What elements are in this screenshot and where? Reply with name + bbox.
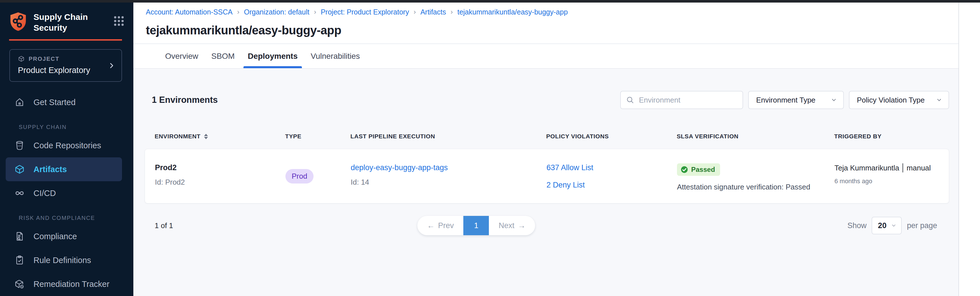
sidebar-item-artifacts[interactable]: Artifacts (6, 157, 122, 181)
project-label-row: PROJECT (18, 55, 115, 62)
breadcrumb-artifact-name[interactable]: tejakummarikuntla/easy-buggy-app (457, 8, 568, 16)
triggered-by-name: Teja Kummarikuntla (834, 164, 899, 173)
right-arrow-icon: → (518, 221, 525, 230)
sidebar-item-label: Rule Definitions (33, 256, 91, 265)
column-last-pipeline-execution: LAST PIPELINE EXECUTION (350, 133, 546, 140)
breadcrumb-separator: › (314, 8, 316, 16)
deny-list-link[interactable]: 2 Deny List (546, 181, 677, 189)
allow-list-link[interactable]: 637 Allow List (546, 163, 677, 172)
column-slsa-verification: SLSA VERIFICATION (677, 133, 834, 140)
triggered-time: 6 months ago (834, 178, 949, 185)
column-type: TYPE (285, 133, 350, 140)
environment-type-badge: Prod (285, 169, 313, 184)
left-arrow-icon: ← (427, 221, 435, 230)
type-cell: Prod (285, 169, 351, 184)
main-area: Account: Automation-SSCA › Organization:… (134, 0, 958, 296)
triggered-by-cell: Teja Kummarikuntla manual 6 months ago (834, 149, 949, 185)
environments-count-heading: 1 Environments (152, 95, 218, 105)
trigger-mode: manual (907, 164, 931, 173)
infinity-icon (14, 188, 25, 198)
app-title: Supply Chain Security (33, 12, 93, 33)
artifact-cube-icon (14, 164, 25, 175)
next-page-button[interactable]: Next → (489, 216, 535, 235)
environment-id: Id: Prod2 (155, 178, 285, 187)
show-label: Show (848, 221, 867, 230)
project-selector[interactable]: PROJECT Product Exploratory (10, 49, 122, 82)
prev-page-button[interactable]: ← Prev (417, 216, 464, 235)
page-size-select[interactable]: 20 (872, 217, 902, 234)
tab-deployments[interactable]: Deployments (243, 44, 302, 68)
column-policy-violations: POLICY VIOLATIONS (546, 133, 677, 140)
environment-table-row[interactable]: Prod2 Id: Prod2 Prod deploy-easy-buggy-a… (145, 149, 949, 203)
module-switcher-grid-icon[interactable] (114, 16, 124, 26)
code-repository-icon: </> (14, 140, 25, 151)
sidebar-section-supply-chain: SUPPLY CHAIN (19, 123, 134, 131)
sidebar-item-rule-definitions[interactable]: Rule Definitions (6, 248, 122, 272)
breadcrumb-project[interactable]: Project: Product Exploratory (321, 8, 409, 16)
sidebar-item-remediation-tracker[interactable]: Remediation Tracker (6, 272, 122, 296)
sidebar: Supply Chain Security PROJECT Product Ex… (0, 0, 134, 296)
clipboard-check-icon (14, 255, 25, 266)
slsa-status-label: Passed (691, 166, 715, 174)
project-label: PROJECT (29, 56, 59, 62)
page-size-value: 20 (878, 221, 886, 230)
per-page-label: per page (907, 221, 937, 230)
environment-type-filter-label: Environment Type (756, 96, 815, 104)
slsa-status-badge: Passed (677, 163, 720, 176)
sidebar-section-risk-and-compliance: RISK AND COMPLIANCE (19, 214, 134, 222)
environment-type-filter[interactable]: Environment Type (748, 91, 844, 109)
tab-sbom[interactable]: SBOM (207, 44, 239, 68)
column-environment: ENVIRONMENT (154, 133, 285, 140)
breadcrumb-artifacts[interactable]: Artifacts (420, 8, 446, 16)
breadcrumb: Account: Automation-SSCA › Organization:… (134, 3, 958, 16)
home-icon (14, 97, 25, 108)
page-info: 1 of 1 (154, 221, 173, 230)
box-wrench-icon (14, 279, 25, 290)
tab-vulnerabilities[interactable]: Vulnerabilities (306, 44, 364, 68)
environment-name: Prod2 (155, 163, 285, 172)
search-icon (626, 96, 635, 104)
project-name: Product Exploratory (18, 66, 115, 75)
artifact-tabs: Overview SBOM Deployments Vulnerabilitie… (134, 44, 958, 68)
page-title: tejakummarikuntla/easy-buggy-app (134, 16, 958, 44)
sidebar-item-label: Artifacts (33, 165, 67, 174)
pagination: 1 of 1 ← Prev 1 Next → Show 20 (145, 216, 949, 235)
sort-icon[interactable] (204, 134, 208, 139)
policy-violation-type-filter-label: Policy Violation Type (857, 96, 925, 104)
divider (902, 163, 903, 173)
chevron-down-icon (891, 223, 897, 229)
sidebar-item-get-started[interactable]: Get Started (6, 90, 122, 114)
breadcrumb-account[interactable]: Account: Automation-SSCA (146, 8, 233, 16)
column-triggered-by: TRIGGERED BY (834, 133, 949, 140)
scrollbar-gutter[interactable] (958, 0, 980, 296)
window-top-edge (0, 0, 980, 3)
policy-violation-type-filter[interactable]: Policy Violation Type (849, 91, 949, 109)
breadcrumb-separator: › (414, 8, 416, 16)
sidebar-item-label: Get Started (33, 98, 75, 107)
chevron-right-icon (108, 62, 115, 69)
sidebar-item-label: Remediation Tracker (33, 280, 110, 289)
sidebar-item-label: Code Repositories (33, 141, 101, 150)
breadcrumb-separator: › (237, 8, 239, 16)
check-circle-icon (680, 166, 688, 174)
sidebar-item-compliance[interactable]: Compliance (6, 224, 122, 248)
sidebar-nav: Get Started SUPPLY CHAIN </> Code Reposi… (0, 90, 134, 296)
breadcrumb-organization[interactable]: Organization: default (244, 8, 310, 16)
toolbar: 1 Environments Environment Type Policy V… (145, 91, 949, 109)
pipeline-link[interactable]: deploy-easy-buggy-app-tags (351, 163, 546, 172)
environments-table-header: ENVIRONMENT TYPE LAST PIPELINE EXECUTION… (145, 130, 949, 142)
current-page-button[interactable]: 1 (463, 216, 489, 235)
slsa-verification-cell: Passed Attestation signature verificatio… (677, 149, 834, 192)
document-search-icon (14, 231, 25, 242)
sidebar-item-cicd[interactable]: CI/CD (6, 181, 122, 205)
policy-violations-cell: 637 Allow List 2 Deny List (546, 149, 677, 189)
pager: ← Prev 1 Next → (417, 216, 535, 235)
deployments-content: 1 Environments Environment Type Policy V… (134, 68, 958, 296)
environment-search-input[interactable] (638, 96, 737, 105)
sidebar-item-code-repositories[interactable]: </> Code Repositories (6, 133, 122, 157)
tab-overview[interactable]: Overview (161, 44, 203, 68)
app-layout: Supply Chain Security PROJECT Product Ex… (0, 0, 980, 296)
accent-divider (9, 39, 122, 41)
sidebar-item-label: Compliance (33, 232, 77, 241)
svg-text:</>: </> (18, 144, 22, 147)
